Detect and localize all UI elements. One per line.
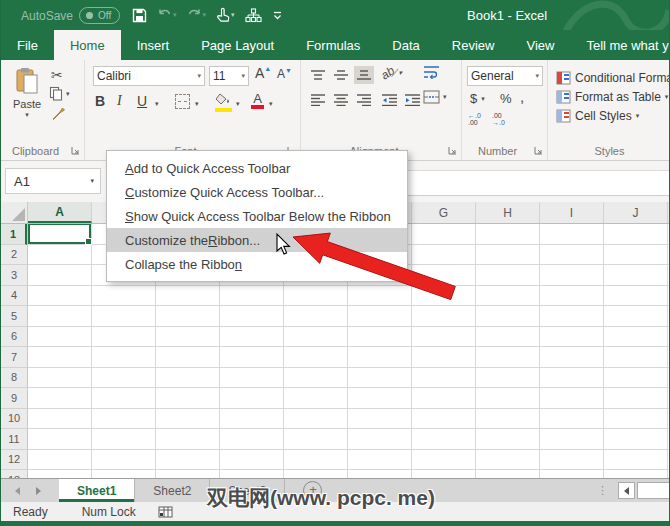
selected-cell-a1[interactable] [28, 224, 91, 244]
borders-button[interactable] [175, 94, 190, 109]
customize-quick-access-toolbar-button[interactable] [269, 7, 286, 23]
column-header-h[interactable]: H [476, 202, 540, 223]
alignment-dialog-launcher-icon[interactable] [448, 146, 457, 155]
font-size-combo[interactable]: 11▾ [209, 66, 249, 86]
tab-insert[interactable]: Insert [121, 30, 186, 60]
tab-file[interactable]: File [1, 30, 54, 60]
copy-dropdown-icon[interactable]: ▾ [66, 90, 70, 98]
format-painter-button[interactable] [51, 106, 66, 125]
tell-me-box[interactable]: Tell me what you want to do [570, 30, 670, 60]
menu-item-customize-quick-access-toolbar[interactable]: Customize Quick Access Toolbar... [107, 180, 407, 204]
column-header-a[interactable]: A [28, 202, 92, 223]
underline-dropdown-icon[interactable]: ▾ [155, 100, 159, 108]
autosave-pill[interactable]: Off [79, 7, 120, 24]
touch-mouse-mode-button[interactable]: ▾ [213, 5, 238, 25]
row-header-9[interactable]: 9 [1, 388, 27, 409]
tab-data[interactable]: Data [376, 30, 435, 60]
italic-button[interactable]: I [117, 93, 122, 109]
clipboard-dialog-launcher-icon[interactable] [71, 146, 80, 155]
tab-formulas[interactable]: Formulas [290, 30, 376, 60]
conditional-formatting-button[interactable]: Conditional Formatting▾ [556, 68, 670, 87]
bottom-align-button[interactable] [354, 66, 374, 84]
merge-center-dropdown-icon[interactable]: ▾ [443, 93, 447, 101]
cell-styles-dropdown-icon[interactable]: ▾ [636, 112, 640, 120]
menu-item-customize-the-ribbon[interactable]: Customize the Ribbon... [107, 228, 407, 252]
format-as-table-dropdown-icon[interactable]: ▾ [665, 93, 669, 101]
comma-style-button[interactable]: , [520, 88, 524, 105]
underline-button[interactable]: U [137, 93, 147, 109]
column-header-j[interactable]: J [604, 202, 668, 223]
redo-dropdown-icon[interactable]: ▾ [203, 11, 207, 19]
fill-handle[interactable] [85, 238, 92, 245]
name-box-dropdown-icon[interactable]: ▾ [90, 177, 94, 185]
menu-item-collapse-the-ribbon[interactable]: Collapse the Ribbon [107, 252, 407, 276]
accounting-dropdown-icon[interactable]: ▾ [481, 95, 485, 103]
next-sheet-icon[interactable] [36, 487, 41, 495]
middle-align-button[interactable] [331, 66, 351, 84]
scroll-left-button[interactable] [618, 482, 635, 499]
row-header-2[interactable]: 2 [1, 245, 27, 266]
font-name-combo[interactable]: Calibri▾ [93, 66, 205, 86]
row-header-1[interactable]: 1 [1, 224, 27, 245]
increase-decimal-button[interactable]: ←.0 .00 [468, 112, 481, 126]
select-all-button[interactable] [1, 202, 28, 223]
copy-button[interactable]: ▾ [49, 86, 70, 101]
autosave-toggle[interactable]: AutoSave Off [21, 7, 120, 24]
wrap-text-button[interactable] [423, 65, 440, 79]
fill-color-button[interactable] [215, 92, 232, 112]
sheet-tab-sheet2[interactable]: Sheet2 [135, 479, 210, 502]
menu-item-add-to-quick-access-toolbar[interactable]: Add to Quick Access Toolbar [107, 156, 407, 180]
center-button[interactable] [331, 91, 351, 109]
touch-mode-dropdown-icon[interactable]: ▾ [231, 11, 235, 19]
undo-button[interactable]: ▾ [154, 6, 180, 24]
decrease-decimal-button[interactable]: .00 →.0 [492, 112, 505, 126]
cut-button[interactable]: ✂ [51, 66, 63, 84]
tab-home[interactable]: Home [54, 30, 121, 60]
number-dialog-launcher-icon[interactable] [534, 146, 543, 155]
font-color-dropdown-icon[interactable]: ▾ [269, 100, 273, 108]
row-header-5[interactable]: 5 [1, 306, 27, 327]
row-header-4[interactable]: 4 [1, 286, 27, 307]
tab-splitter-icon[interactable]: ⋮ [597, 484, 608, 497]
column-header-i[interactable]: I [540, 202, 604, 223]
align-right-button[interactable] [354, 91, 374, 109]
previous-sheet-icon[interactable] [15, 487, 20, 495]
row-header-11[interactable]: 11 [1, 429, 27, 450]
undo-dropdown-icon[interactable]: ▾ [173, 11, 177, 19]
macro-record-button[interactable] [158, 506, 173, 518]
align-left-button[interactable] [308, 91, 328, 109]
sheet-tab-sheet1[interactable]: Sheet1 [59, 479, 135, 502]
accounting-format-button[interactable]: $ ▾ [470, 91, 485, 106]
borders-dropdown-icon[interactable]: ▾ [195, 100, 199, 108]
decrease-font-size-button[interactable]: A▼ [277, 67, 292, 81]
top-align-button[interactable] [308, 66, 328, 84]
format-as-table-button[interactable]: Format as Table▾ [556, 87, 670, 106]
increase-font-size-button[interactable]: A▲ [255, 65, 271, 81]
paste-button[interactable]: Paste ▾ [7, 67, 47, 119]
row-header-13[interactable]: 13 [1, 470, 27, 478]
tab-view[interactable]: View [510, 30, 570, 60]
save-button[interactable] [129, 6, 150, 25]
tab-review[interactable]: Review [436, 30, 511, 60]
row-header-12[interactable]: 12 [1, 450, 27, 471]
redo-button[interactable]: ▾ [184, 6, 210, 24]
column-header-g[interactable]: G [412, 202, 476, 223]
horizontal-scrollbar[interactable] [637, 482, 670, 499]
increase-indent-button[interactable] [402, 91, 422, 109]
cell-styles-button[interactable]: Cell Styles▾ [556, 106, 670, 125]
percent-style-button[interactable]: % [500, 91, 512, 106]
smartart-button[interactable] [242, 6, 265, 25]
menu-item-show-quick-access-toolbar-below-the-ribbon[interactable]: Show Quick Access Toolbar Below the Ribb… [107, 204, 407, 228]
decrease-indent-button[interactable] [379, 91, 399, 109]
merge-center-button[interactable]: ▾ [423, 90, 447, 104]
number-format-combo[interactable]: General▾ [467, 66, 543, 86]
row-header-6[interactable]: 6 [1, 327, 27, 348]
orientation-button[interactable]: ab ∕▾ [381, 66, 402, 80]
row-header-7[interactable]: 7 [1, 347, 27, 368]
row-header-3[interactable]: 3 [1, 265, 27, 286]
bold-button[interactable]: B [95, 93, 105, 109]
row-header-8[interactable]: 8 [1, 368, 27, 389]
fill-color-dropdown-icon[interactable]: ▾ [236, 100, 240, 108]
tab-page-layout[interactable]: Page Layout [185, 30, 290, 60]
name-box[interactable]: A1 ▾ [5, 168, 101, 194]
